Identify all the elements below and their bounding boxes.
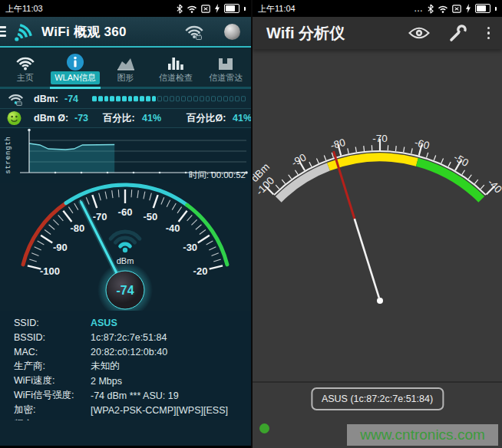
percent-value: 41% [142,113,161,124]
signal-bar-segment [157,96,162,102]
strength-history-graph: strength 时间: 00:00:52 [0,128,251,183]
tab-wlan-info[interactable]: WLAN信息 [50,48,100,87]
wrench-icon[interactable] [448,24,467,43]
signal-bar-segment [176,96,180,102]
svg-text:-90: -90 [289,151,308,169]
status-dot [259,423,269,433]
left-title-bar: WiFi 概观 360 [0,17,251,48]
signal-bar-segment [241,96,246,102]
signal-bar-segment [200,96,204,102]
svg-text:strength: strength [5,136,12,174]
detail-value: 未知的 [91,360,120,373]
signal-bar-segment [217,96,222,102]
dbm-label: dBm: [34,94,58,104]
signal-bar-segment [163,96,168,102]
signal-bar-segment [211,96,216,102]
signal-bar-segment [146,96,150,102]
tab-home[interactable]: 主页 [0,48,50,87]
svg-text:-60: -60 [413,137,431,152]
detail-label: BSSID: [14,332,91,343]
signal-bar-segment [223,96,228,102]
tab-bar: 主页 WLAN信息 图形 信道检查 [0,48,251,87]
detail-row: 加密:[WPA2-PSK-CCMP][WPS][ESS] [0,403,251,417]
svg-text:-50: -50 [143,211,157,222]
menu-icon[interactable] [0,26,6,37]
signal-bar-segment [110,96,114,102]
svg-text:-74: -74 [116,284,134,297]
svg-text:-100: -100 [40,265,60,277]
signal-bar-segment [92,96,97,102]
svg-text:-20: -20 [193,265,208,277]
svg-text:-70: -70 [93,211,107,222]
signal-meter-gauge: -100-90-80-70-60-50-40dBm [253,54,502,381]
percent-label: 百分比: [103,112,135,125]
wifi-lock-icon[interactable] [184,23,204,40]
overflow-menu-icon[interactable] [486,25,492,41]
elapsed-time: 时间: 00:00:52 [189,170,246,181]
detail-row: WiFi速度:2 Mbps [0,374,251,388]
tab-label: 信道雷达 [205,71,246,84]
signal-bar-segment [140,96,144,102]
detail-value: 2 Mbps [91,376,122,387]
signal-bar-segment [134,96,138,102]
status-icons [177,4,246,14]
status-time: 上午11:03 [5,3,43,15]
tab-channel-check[interactable]: 信道检查 [150,48,200,87]
detail-label: 频率: [14,418,91,420]
signal-bar-segment [104,96,109,102]
globe-icon[interactable] [224,24,240,40]
signal-bar-segment [235,96,239,102]
status-time: 上午11:04 [258,3,296,15]
status-icons: … [414,4,497,14]
area-chart-icon [116,48,136,71]
signal-strength-bar [92,96,246,102]
tab-channel-radar[interactable]: 信道雷达 [201,48,251,87]
signal-bar-segment [187,96,192,102]
signal-bar-segment [181,96,186,102]
svg-text:-70: -70 [372,133,388,144]
svg-text:-40: -40 [166,222,180,234]
detail-row: WiFi信号强度:-74 dBm *** ASU: 19 [0,388,251,403]
signal-bar-segment [230,96,234,102]
signal-bar-segment [152,96,157,102]
bar-chart-icon [167,48,185,71]
tab-label: 信道检查 [155,71,197,84]
detail-label: SSID: [14,318,91,328]
signal-bar-segment [128,96,133,102]
svg-text:-80: -80 [70,222,84,234]
divider [253,381,502,383]
detail-value: 1c:87:2c:7e:51:84 [91,332,167,343]
access-point-button[interactable]: ASUS (1c:87:2c:7e:51:84) [311,387,444,410]
ellipsis-icon: … [414,5,424,12]
signal-bar-segment [170,96,174,102]
watermark: www.cntronics.com [347,424,498,446]
detail-label: WiFi速度: [14,374,91,387]
percent-avg-value: 41% [233,113,251,124]
wifi-overview-app: 上午11:03 WiFi 概观 360 [0,0,251,448]
battery-icon [475,4,490,13]
signal-bar-segment [193,96,198,102]
svg-text:-50: -50 [452,151,471,169]
app-title: WiFi 概观 360 [41,23,127,41]
detail-row: SSID:ASUS [0,315,251,330]
detail-row: BSSID:1c:87:2c:7e:51:84 [0,330,251,344]
detail-value: ASUS [91,318,117,328]
signal-bar-segment [206,96,210,102]
detail-label: MAC: [14,347,91,357]
tab-label: 图形 [114,71,138,84]
wifi-icon [15,48,35,71]
wifi-icon [187,5,197,13]
signal-bar-segment [116,96,121,102]
detail-value: 2.437 GHz [91,420,137,421]
charging-bolt-icon [214,4,220,13]
detail-row: 频率:2.437 GHz [0,417,251,420]
wifi-icon [438,5,448,13]
tab-label: 主页 [13,71,38,84]
boxed-x-icon [452,5,461,13]
detail-label: 生产商: [14,360,91,373]
right-status-bar: 上午11:04 … [253,0,502,17]
dbm-value: -74 [64,94,78,104]
eye-icon[interactable] [408,26,430,40]
signal-bar-segment [122,96,127,102]
tab-graph[interactable]: 图形 [101,48,150,87]
